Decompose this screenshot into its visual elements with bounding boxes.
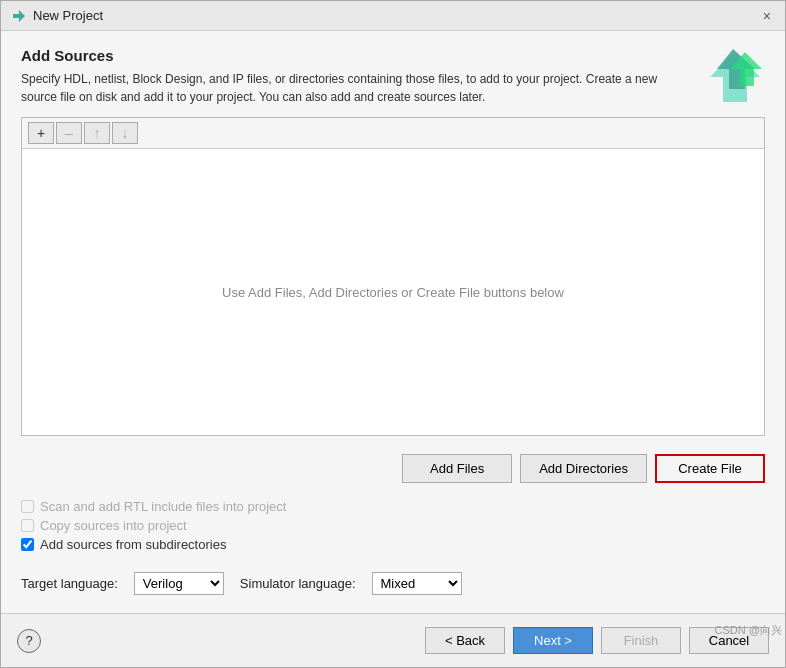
- copy-sources-row: Copy sources into project: [21, 518, 765, 533]
- next-button[interactable]: Next >: [513, 627, 593, 654]
- add-file-toolbar-button[interactable]: +: [28, 122, 54, 144]
- close-button[interactable]: ×: [759, 6, 775, 26]
- up-icon: ↑: [94, 125, 101, 141]
- back-button[interactable]: < Back: [425, 627, 505, 654]
- add-icon: +: [37, 125, 45, 141]
- move-up-button[interactable]: ↑: [84, 122, 110, 144]
- dialog: New Project × Add Sources Specify HDL, n…: [0, 0, 786, 668]
- add-subdirs-checkbox[interactable]: [21, 538, 34, 551]
- help-button[interactable]: ?: [17, 629, 41, 653]
- scan-rtl-row: Scan and add RTL include files into proj…: [21, 499, 765, 514]
- scan-rtl-checkbox[interactable]: [21, 500, 34, 513]
- options-area: Scan and add RTL include files into proj…: [21, 495, 765, 556]
- action-buttons-row: Add Files Add Directories Create File: [21, 446, 765, 485]
- app-logo: [705, 47, 765, 107]
- new-project-icon: [11, 8, 27, 24]
- remove-file-toolbar-button[interactable]: –: [56, 122, 82, 144]
- remove-icon: –: [65, 125, 73, 141]
- language-row: Target language: Verilog VHDL Simulator …: [21, 566, 765, 597]
- add-subdirs-row: Add sources from subdirectories: [21, 537, 765, 552]
- header-text: Add Sources Specify HDL, netlist, Block …: [21, 47, 705, 106]
- footer-right: < Back Next > Finish Cancel: [425, 627, 769, 654]
- finish-button[interactable]: Finish: [601, 627, 681, 654]
- section-description: Specify HDL, netlist, Block Design, and …: [21, 70, 671, 106]
- header-row: Add Sources Specify HDL, netlist, Block …: [21, 47, 765, 107]
- main-content: Add Sources Specify HDL, netlist, Block …: [1, 31, 785, 613]
- file-toolbar: + – ↑ ↓: [22, 118, 764, 149]
- cancel-button[interactable]: Cancel: [689, 627, 769, 654]
- down-icon: ↓: [122, 125, 129, 141]
- footer-left: ?: [17, 629, 41, 653]
- section-title: Add Sources: [21, 47, 705, 64]
- file-list-hint: Use Add Files, Add Directories or Create…: [222, 285, 564, 300]
- copy-sources-checkbox[interactable]: [21, 519, 34, 532]
- file-area: + – ↑ ↓ Use Add Files, Add Directories o…: [21, 117, 765, 436]
- move-down-button[interactable]: ↓: [112, 122, 138, 144]
- add-subdirs-label: Add sources from subdirectories: [40, 537, 226, 552]
- dialog-footer: ? < Back Next > Finish Cancel: [1, 613, 785, 667]
- copy-sources-label: Copy sources into project: [40, 518, 187, 533]
- svg-marker-0: [13, 10, 25, 22]
- title-bar-left: New Project: [11, 8, 103, 24]
- add-files-button[interactable]: Add Files: [402, 454, 512, 483]
- file-list: Use Add Files, Add Directories or Create…: [22, 149, 764, 435]
- add-directories-button[interactable]: Add Directories: [520, 454, 647, 483]
- dialog-title: New Project: [33, 8, 103, 23]
- scan-rtl-label: Scan and add RTL include files into proj…: [40, 499, 286, 514]
- simulator-language-label: Simulator language:: [240, 576, 356, 591]
- target-language-select[interactable]: Verilog VHDL: [134, 572, 224, 595]
- create-file-button[interactable]: Create File: [655, 454, 765, 483]
- title-bar: New Project ×: [1, 1, 785, 31]
- target-language-label: Target language:: [21, 576, 118, 591]
- simulator-language-select[interactable]: Mixed Verilog VHDL: [372, 572, 462, 595]
